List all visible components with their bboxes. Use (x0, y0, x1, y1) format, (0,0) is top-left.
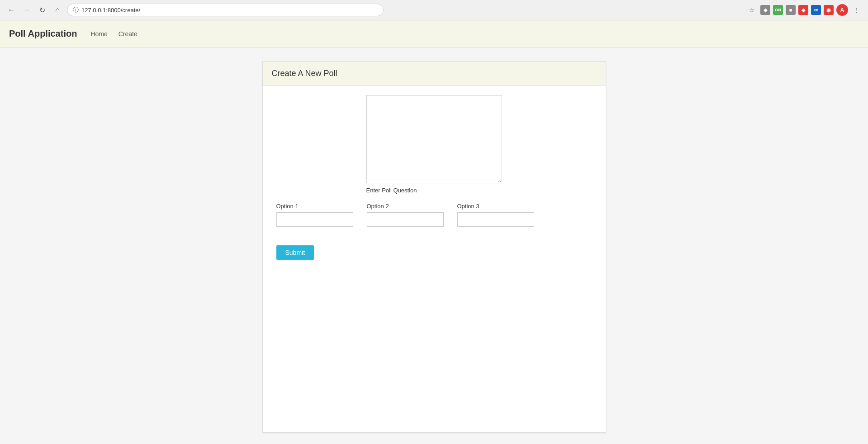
form-body: Enter Poll Question Option 1 Option 2 Op… (263, 86, 606, 273)
submit-button[interactable]: Submit (276, 245, 314, 260)
option-label-3: Option 3 (457, 203, 534, 210)
option-group-1: Option 1 (276, 203, 353, 227)
extension-icon-5[interactable]: en (811, 5, 821, 15)
forward-button[interactable]: → (21, 4, 33, 16)
option-group-3: Option 3 (457, 203, 534, 227)
form-title: Create A New Poll (272, 69, 597, 78)
option-group-2: Option 2 (367, 203, 444, 227)
option-input-2[interactable] (367, 212, 444, 227)
nav-link-create[interactable]: Create (119, 30, 138, 38)
nav-link-home[interactable]: Home (90, 30, 107, 38)
question-section (276, 95, 592, 183)
extension-icon-3[interactable]: ■ (786, 5, 796, 15)
reload-button[interactable]: ↻ (36, 4, 48, 16)
extension-icon-6[interactable]: ◉ (824, 5, 834, 15)
navbar: Poll Application Home Create (0, 20, 868, 48)
option-label-1: Option 1 (276, 203, 353, 210)
textarea-wrapper (366, 95, 502, 183)
extension-icon-1[interactable]: ◆ (760, 5, 770, 15)
back-button[interactable]: ← (5, 4, 17, 16)
option-input-3[interactable] (457, 212, 534, 227)
bookmark-button[interactable]: ☆ (746, 4, 758, 16)
form-header: Create A New Poll (263, 62, 606, 86)
url-text: 127.0.0.1:8000/create/ (81, 7, 378, 14)
nav-brand: Poll Application (9, 29, 77, 39)
menu-button[interactable]: ⋮ (851, 4, 863, 16)
form-container: Create A New Poll Enter Poll Question Op… (262, 61, 606, 433)
main-content: Create A New Poll Enter Poll Question Op… (0, 48, 868, 444)
question-label-row: Enter Poll Question (276, 187, 592, 194)
option-input-1[interactable] (276, 212, 353, 227)
extension-icon-4[interactable]: ◆ (798, 5, 808, 15)
home-button[interactable]: ⌂ (52, 4, 63, 16)
security-icon: ⓘ (73, 6, 79, 14)
nav-links: Home Create (90, 30, 137, 38)
extension-icon-2[interactable]: ON (773, 5, 783, 15)
poll-question-textarea[interactable] (366, 95, 502, 183)
browser-toolbar: ← → ↻ ⌂ ⓘ 127.0.0.1:8000/create/ ☆ ◆ ON … (0, 0, 868, 20)
option-label-2: Option 2 (367, 203, 444, 210)
question-label: Enter Poll Question (366, 187, 417, 194)
address-bar[interactable]: ⓘ 127.0.0.1:8000/create/ (67, 4, 384, 16)
browser-actions: ☆ ◆ ON ■ ◆ en ◉ A ⋮ (746, 4, 863, 16)
profile-button[interactable]: A (836, 4, 848, 16)
form-divider (276, 236, 592, 236)
options-row: Option 1 Option 2 Option 3 (276, 203, 592, 227)
browser-chrome: ← → ↻ ⌂ ⓘ 127.0.0.1:8000/create/ ☆ ◆ ON … (0, 0, 868, 20)
